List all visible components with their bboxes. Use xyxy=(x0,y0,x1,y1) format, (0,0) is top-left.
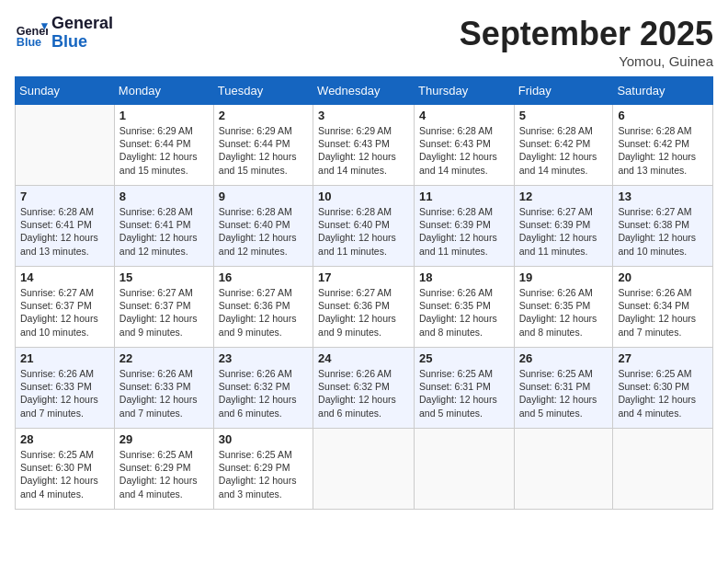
cell-info: Sunrise: 6:27 AM Sunset: 6:37 PM Dayligh… xyxy=(119,286,209,339)
calendar-cell: 21Sunrise: 6:26 AM Sunset: 6:33 PM Dayli… xyxy=(16,348,115,429)
cell-info: Sunrise: 6:26 AM Sunset: 6:32 PM Dayligh… xyxy=(219,367,308,419)
day-number: 7 xyxy=(20,190,109,203)
calendar-cell: 19Sunrise: 6:26 AM Sunset: 6:35 PM Dayli… xyxy=(514,267,613,348)
calendar-week-row: 14Sunrise: 6:27 AM Sunset: 6:37 PM Dayli… xyxy=(16,267,713,348)
day-number: 23 xyxy=(219,351,308,365)
calendar-cell: 15Sunrise: 6:27 AM Sunset: 6:37 PM Dayli… xyxy=(114,267,213,348)
day-number: 20 xyxy=(618,270,708,284)
logo: General Blue General Blue xyxy=(15,15,113,52)
calendar-cell: 23Sunrise: 6:26 AM Sunset: 6:32 PM Dayli… xyxy=(213,348,313,429)
month-title: September 2025 xyxy=(460,15,713,53)
day-number: 13 xyxy=(618,190,708,203)
cell-info: Sunrise: 6:25 AM Sunset: 6:29 PM Dayligh… xyxy=(219,448,308,500)
calendar-cell: 5Sunrise: 6:28 AM Sunset: 6:42 PM Daylig… xyxy=(514,105,613,186)
calendar-cell xyxy=(415,429,515,510)
day-number: 11 xyxy=(419,190,509,203)
calendar-week-row: 21Sunrise: 6:26 AM Sunset: 6:33 PM Dayli… xyxy=(16,348,713,429)
calendar-cell: 20Sunrise: 6:26 AM Sunset: 6:34 PM Dayli… xyxy=(613,267,713,348)
calendar-cell: 30Sunrise: 6:25 AM Sunset: 6:29 PM Dayli… xyxy=(213,429,313,510)
cell-info: Sunrise: 6:27 AM Sunset: 6:38 PM Dayligh… xyxy=(618,205,708,258)
calendar-cell xyxy=(313,429,415,510)
calendar-cell: 27Sunrise: 6:25 AM Sunset: 6:30 PM Dayli… xyxy=(613,348,713,429)
cell-info: Sunrise: 6:25 AM Sunset: 6:30 PM Dayligh… xyxy=(20,448,109,500)
day-number: 15 xyxy=(119,270,209,284)
cell-info: Sunrise: 6:27 AM Sunset: 6:37 PM Dayligh… xyxy=(20,286,109,339)
day-number: 9 xyxy=(219,190,308,203)
cell-info: Sunrise: 6:26 AM Sunset: 6:34 PM Dayligh… xyxy=(618,286,708,339)
day-number: 24 xyxy=(318,351,409,365)
header-wednesday: Wednesday xyxy=(313,77,415,105)
day-number: 8 xyxy=(119,190,209,203)
cell-info: Sunrise: 6:28 AM Sunset: 6:41 PM Dayligh… xyxy=(20,205,109,258)
calendar-cell: 9Sunrise: 6:28 AM Sunset: 6:40 PM Daylig… xyxy=(213,186,313,267)
cell-info: Sunrise: 6:28 AM Sunset: 6:39 PM Dayligh… xyxy=(419,205,509,258)
cell-info: Sunrise: 6:27 AM Sunset: 6:39 PM Dayligh… xyxy=(519,205,609,258)
day-number: 26 xyxy=(519,351,609,365)
location-subtitle: Yomou, Guinea xyxy=(460,53,713,69)
header-tuesday: Tuesday xyxy=(213,77,313,105)
header-sunday: Sunday xyxy=(16,77,115,105)
cell-info: Sunrise: 6:28 AM Sunset: 6:42 PM Dayligh… xyxy=(618,124,708,177)
cell-info: Sunrise: 6:25 AM Sunset: 6:30 PM Dayligh… xyxy=(618,367,708,419)
calendar-cell: 24Sunrise: 6:26 AM Sunset: 6:32 PM Dayli… xyxy=(313,348,415,429)
calendar-cell: 13Sunrise: 6:27 AM Sunset: 6:38 PM Dayli… xyxy=(613,186,713,267)
cell-info: Sunrise: 6:29 AM Sunset: 6:44 PM Dayligh… xyxy=(119,124,209,177)
cell-info: Sunrise: 6:25 AM Sunset: 6:31 PM Dayligh… xyxy=(519,367,609,419)
cell-info: Sunrise: 6:28 AM Sunset: 6:43 PM Dayligh… xyxy=(419,124,509,177)
calendar-cell: 4Sunrise: 6:28 AM Sunset: 6:43 PM Daylig… xyxy=(415,105,515,186)
day-number: 25 xyxy=(419,351,509,365)
day-number: 27 xyxy=(618,351,708,365)
cell-info: Sunrise: 6:27 AM Sunset: 6:36 PM Dayligh… xyxy=(219,286,308,339)
calendar-cell: 6Sunrise: 6:28 AM Sunset: 6:42 PM Daylig… xyxy=(613,105,713,186)
cell-info: Sunrise: 6:25 AM Sunset: 6:31 PM Dayligh… xyxy=(419,367,509,419)
calendar-cell: 7Sunrise: 6:28 AM Sunset: 6:41 PM Daylig… xyxy=(16,186,115,267)
cell-info: Sunrise: 6:26 AM Sunset: 6:35 PM Dayligh… xyxy=(519,286,609,339)
calendar-header-row: SundayMondayTuesdayWednesdayThursdayFrid… xyxy=(16,77,713,105)
calendar-week-row: 1Sunrise: 6:29 AM Sunset: 6:44 PM Daylig… xyxy=(16,105,713,186)
calendar-cell: 18Sunrise: 6:26 AM Sunset: 6:35 PM Dayli… xyxy=(415,267,515,348)
calendar-cell: 17Sunrise: 6:27 AM Sunset: 6:36 PM Dayli… xyxy=(313,267,415,348)
day-number: 2 xyxy=(219,109,308,122)
logo-text: General Blue xyxy=(51,15,113,52)
calendar-table: SundayMondayTuesdayWednesdayThursdayFrid… xyxy=(15,76,713,510)
calendar-cell xyxy=(16,105,115,186)
calendar-cell: 2Sunrise: 6:29 AM Sunset: 6:44 PM Daylig… xyxy=(213,105,313,186)
calendar-cell: 8Sunrise: 6:28 AM Sunset: 6:41 PM Daylig… xyxy=(114,186,213,267)
day-number: 22 xyxy=(119,351,209,365)
calendar-cell: 12Sunrise: 6:27 AM Sunset: 6:39 PM Dayli… xyxy=(514,186,613,267)
day-number: 10 xyxy=(318,190,409,203)
title-block: September 2025 Yomou, Guinea xyxy=(460,15,713,69)
calendar-cell: 29Sunrise: 6:25 AM Sunset: 6:29 PM Dayli… xyxy=(114,429,213,510)
header-friday: Friday xyxy=(514,77,613,105)
calendar-cell xyxy=(613,429,713,510)
cell-info: Sunrise: 6:26 AM Sunset: 6:33 PM Dayligh… xyxy=(20,367,109,419)
day-number: 6 xyxy=(618,109,708,122)
day-number: 29 xyxy=(119,432,209,446)
day-number: 14 xyxy=(20,270,109,284)
calendar-week-row: 7Sunrise: 6:28 AM Sunset: 6:41 PM Daylig… xyxy=(16,186,713,267)
day-number: 5 xyxy=(519,109,609,122)
day-number: 12 xyxy=(519,190,609,203)
calendar-cell: 28Sunrise: 6:25 AM Sunset: 6:30 PM Dayli… xyxy=(16,429,115,510)
cell-info: Sunrise: 6:28 AM Sunset: 6:40 PM Dayligh… xyxy=(219,205,308,258)
cell-info: Sunrise: 6:26 AM Sunset: 6:33 PM Dayligh… xyxy=(119,367,209,419)
day-number: 18 xyxy=(419,270,509,284)
cell-info: Sunrise: 6:26 AM Sunset: 6:35 PM Dayligh… xyxy=(419,286,509,339)
calendar-cell: 10Sunrise: 6:28 AM Sunset: 6:40 PM Dayli… xyxy=(313,186,415,267)
cell-info: Sunrise: 6:29 AM Sunset: 6:44 PM Dayligh… xyxy=(219,124,308,177)
cell-info: Sunrise: 6:27 AM Sunset: 6:36 PM Dayligh… xyxy=(318,286,409,339)
day-number: 19 xyxy=(519,270,609,284)
calendar-cell: 14Sunrise: 6:27 AM Sunset: 6:37 PM Dayli… xyxy=(16,267,115,348)
day-number: 1 xyxy=(119,109,209,122)
cell-info: Sunrise: 6:28 AM Sunset: 6:41 PM Dayligh… xyxy=(119,205,209,258)
calendar-cell: 26Sunrise: 6:25 AM Sunset: 6:31 PM Dayli… xyxy=(514,348,613,429)
calendar-cell: 22Sunrise: 6:26 AM Sunset: 6:33 PM Dayli… xyxy=(114,348,213,429)
page-header: General Blue General Blue September 2025… xyxy=(15,15,713,69)
cell-info: Sunrise: 6:25 AM Sunset: 6:29 PM Dayligh… xyxy=(119,448,209,500)
calendar-cell: 1Sunrise: 6:29 AM Sunset: 6:44 PM Daylig… xyxy=(114,105,213,186)
day-number: 28 xyxy=(20,432,109,446)
day-number: 4 xyxy=(419,109,509,122)
header-saturday: Saturday xyxy=(613,77,713,105)
header-thursday: Thursday xyxy=(415,77,515,105)
day-number: 17 xyxy=(318,270,409,284)
